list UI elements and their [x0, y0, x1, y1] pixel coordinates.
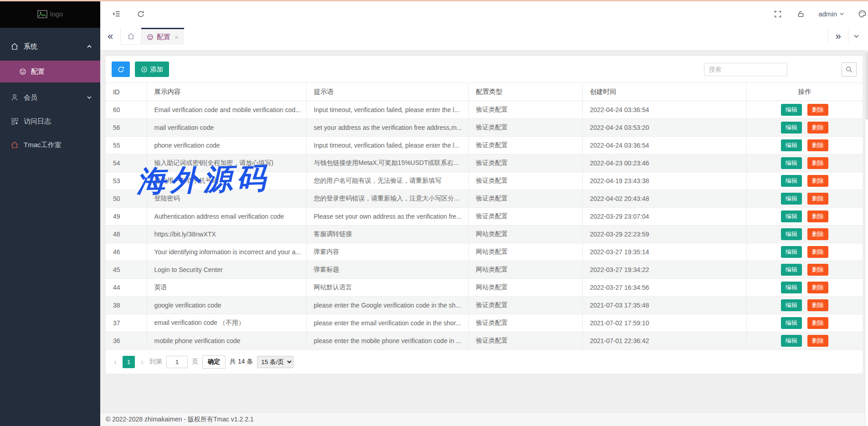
fullscreen-icon[interactable]: [773, 9, 783, 19]
cell-created: 2022-03-29 23:07:04: [582, 208, 746, 226]
sidebar-item-system[interactable]: 系统: [0, 37, 100, 56]
sidebar-menu: 系统 配置: [0, 28, 100, 159]
smiley-icon: [147, 34, 154, 41]
scrollbar-thumb[interactable]: [866, 51, 868, 120]
cell-type: 网站类配置: [468, 261, 582, 279]
copyright-label: © 2022-2028 zhimakaimen - 版权所有Tmac v1.2.…: [106, 416, 254, 424]
cell-actions: 编辑 删除: [746, 172, 863, 190]
cell-actions: 编辑 删除: [746, 208, 863, 226]
delete-button[interactable]: 删除: [807, 335, 828, 347]
tab-config[interactable]: 配置 ×: [141, 28, 184, 45]
refresh-icon[interactable]: [136, 9, 146, 19]
delete-button[interactable]: 删除: [807, 299, 828, 311]
sidebar-item-access-log[interactable]: 访问日志: [0, 112, 100, 131]
cell-actions: 编辑 删除: [746, 243, 863, 261]
table-row: 46 Your identifying information is incor…: [106, 243, 863, 261]
edit-button[interactable]: 编辑: [781, 157, 802, 169]
cell-tip: 弹窗标题: [306, 261, 468, 279]
delete-button[interactable]: 删除: [807, 157, 828, 169]
tabs-scroll-right-icon[interactable]: »: [828, 28, 848, 45]
cell-tip: 网站默认语言: [306, 279, 468, 297]
edit-button[interactable]: 编辑: [781, 175, 802, 187]
delete-button[interactable]: 删除: [807, 282, 828, 293]
cell-type: 验证类配置: [468, 119, 582, 137]
cell-tip: Input timeout, verification failed, plea…: [306, 101, 468, 119]
cell-tip: 弹窗内容: [306, 243, 468, 261]
delete-button[interactable]: 删除: [807, 264, 828, 276]
prev-page-icon[interactable]: ‹: [112, 357, 118, 367]
delete-button[interactable]: 删除: [807, 246, 828, 258]
cell-created: 2022-04-24 03:36:54: [582, 137, 746, 154]
edit-button[interactable]: 编辑: [781, 210, 802, 222]
sidebar-item-config[interactable]: 配置: [0, 61, 100, 82]
delete-button[interactable]: 删除: [807, 210, 828, 222]
goto-confirm-button[interactable]: 确定: [202, 355, 226, 369]
edit-button[interactable]: 编辑: [781, 246, 802, 258]
footer: © 2022-2028 zhimakaimen - 版权所有Tmac v1.2.…: [100, 412, 868, 426]
sidebar: logo 系统: [0, 0, 100, 426]
edit-button[interactable]: 编辑: [781, 139, 802, 151]
home-icon: [127, 32, 135, 40]
edit-button[interactable]: 编辑: [781, 104, 802, 116]
table-row: 55 phone verification code Input timeout…: [106, 137, 863, 154]
edit-button[interactable]: 编辑: [781, 335, 802, 347]
delete-button[interactable]: 删除: [807, 122, 828, 133]
broken-image-icon: [37, 10, 47, 18]
sidebar-item-tmac-studio[interactable]: Tmac工作室: [0, 135, 100, 154]
cell-content: Your identifying information is incorrec…: [147, 243, 306, 261]
logo-label: logo: [50, 10, 63, 18]
cell-created: 2022-04-23 00:23:46: [582, 154, 746, 172]
edit-button[interactable]: 编辑: [781, 122, 802, 133]
refresh-table-button[interactable]: [112, 62, 130, 77]
page-1-button[interactable]: 1: [123, 356, 135, 368]
delete-button[interactable]: 删除: [807, 228, 828, 240]
edit-button[interactable]: 编辑: [781, 282, 802, 293]
edit-button[interactable]: 编辑: [781, 317, 802, 329]
cell-id: 60: [106, 101, 147, 119]
tabs-scroll-left-icon[interactable]: «: [100, 28, 120, 45]
lock-icon[interactable]: [796, 9, 806, 19]
blocks-icon: [10, 117, 19, 126]
cell-type: 验证类配置: [468, 137, 582, 154]
cell-id: 46: [106, 243, 147, 261]
delete-button[interactable]: 删除: [807, 317, 828, 329]
tabs-dropdown-icon[interactable]: [848, 28, 864, 45]
sidebar-item-members[interactable]: 会员: [0, 88, 100, 107]
goto-page-input[interactable]: [166, 356, 188, 368]
tab-home[interactable]: [120, 28, 141, 45]
cell-type: 验证类配置: [468, 208, 582, 226]
theme-palette-icon[interactable]: [857, 9, 867, 19]
delete-button[interactable]: 删除: [807, 104, 828, 116]
table-header-row: ID 展示内容 提示语 配置类型 创建时间 操作: [106, 83, 863, 101]
collapse-menu-icon[interactable]: [111, 9, 121, 19]
sidebar-item-label: Tmac工作室: [24, 141, 62, 149]
add-button[interactable]: 添加: [135, 62, 169, 77]
vertical-scrollbar[interactable]: [865, 51, 868, 426]
cell-actions: 编辑 删除: [746, 297, 863, 314]
cell-tip: 您的登录密码错误，请重新输入，注意大小写区分...: [306, 190, 468, 208]
next-page-icon[interactable]: ›: [139, 357, 145, 367]
cell-id: 38: [106, 297, 147, 314]
tab-label: 配置: [157, 33, 170, 41]
cell-content: Email verification code and mobile verif…: [147, 101, 306, 119]
user-menu[interactable]: admin: [818, 10, 844, 18]
page-size-select[interactable]: 15 条/页: [257, 356, 293, 368]
search-button[interactable]: [842, 62, 857, 77]
cell-content: email verification code （不用）: [147, 314, 306, 332]
tab-close-icon[interactable]: ×: [175, 33, 179, 41]
delete-button[interactable]: 删除: [807, 139, 828, 151]
cell-content: Login to Security Center: [147, 261, 306, 279]
cell-actions: 编辑 删除: [746, 226, 863, 243]
delete-button[interactable]: 删除: [807, 175, 828, 187]
chevron-down-icon: [839, 11, 844, 16]
edit-button[interactable]: 编辑: [781, 228, 802, 240]
edit-button[interactable]: 编辑: [781, 193, 802, 205]
column-header-type: 配置类型: [468, 83, 582, 101]
column-header-actions: 操作: [746, 83, 863, 101]
edit-button[interactable]: 编辑: [781, 264, 802, 276]
cell-actions: 编辑 删除: [746, 190, 863, 208]
edit-button[interactable]: 编辑: [781, 299, 802, 311]
cell-tip: 与钱包链接使用MetaX,可奖励15%USDT或联系右...: [306, 154, 468, 172]
search-input[interactable]: [704, 63, 787, 76]
delete-button[interactable]: 删除: [807, 193, 828, 205]
